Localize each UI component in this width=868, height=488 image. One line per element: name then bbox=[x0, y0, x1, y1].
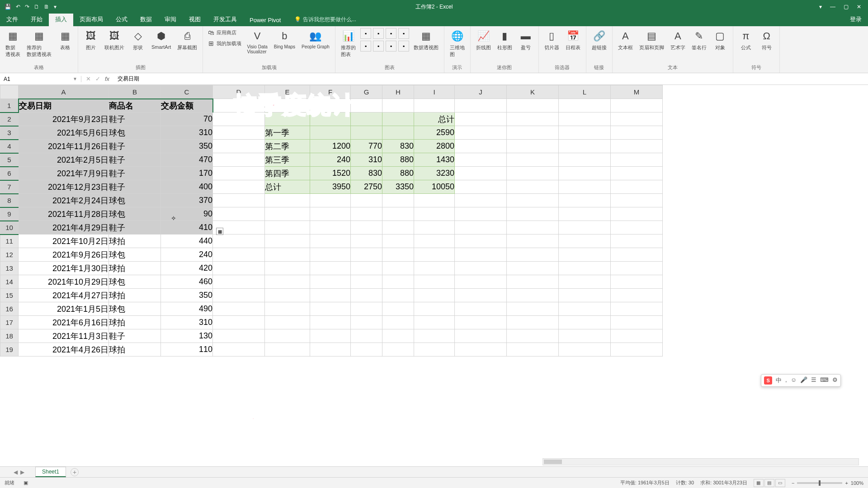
recommended-charts-button[interactable]: 📊推荐的图表 bbox=[339, 28, 358, 59]
cell-B11[interactable]: 球拍 bbox=[109, 235, 161, 248]
undo-icon[interactable]: ↶ bbox=[16, 4, 20, 10]
column-header-F[interactable]: F bbox=[310, 85, 351, 99]
cell-C15[interactable]: 350 bbox=[161, 289, 213, 302]
cell-A15[interactable]: 2021年4月27日 bbox=[19, 289, 109, 302]
cell-M3[interactable] bbox=[611, 126, 663, 140]
cell-K7[interactable] bbox=[507, 180, 559, 194]
cell-F11[interactable] bbox=[310, 235, 351, 248]
cell-M11[interactable] bbox=[611, 235, 663, 248]
paste-options-smarttag[interactable]: ▦ bbox=[216, 228, 223, 235]
cell-C7[interactable]: 400 bbox=[161, 180, 213, 194]
cell-A11[interactable]: 2021年10月2日 bbox=[19, 235, 109, 248]
cell-F2[interactable] bbox=[310, 113, 351, 126]
qat-dropdown-icon[interactable]: ▾ bbox=[54, 4, 57, 10]
cell-I3[interactable]: 2590 bbox=[414, 126, 455, 140]
row-header-16[interactable]: 16 bbox=[0, 302, 19, 316]
cell-E18[interactable] bbox=[265, 329, 310, 343]
cell-L5[interactable] bbox=[559, 153, 611, 167]
macro-record-icon[interactable]: ▣ bbox=[24, 480, 28, 486]
cell-B9[interactable]: 球包 bbox=[109, 207, 161, 221]
sheet-nav-next-icon[interactable]: ▶ bbox=[20, 469, 24, 475]
cell-D11[interactable] bbox=[213, 235, 265, 248]
chart-bar-icon[interactable]: ▪ bbox=[360, 28, 371, 39]
cell-H14[interactable] bbox=[382, 275, 414, 289]
ribbon-tab[interactable]: 开发工具 bbox=[207, 13, 243, 26]
cell-L15[interactable] bbox=[559, 289, 611, 302]
cell-L7[interactable] bbox=[559, 180, 611, 194]
ribbon-tab[interactable]: 视图 bbox=[183, 13, 207, 26]
row-header-18[interactable]: 18 bbox=[0, 329, 19, 343]
cell-C9[interactable]: 90 bbox=[161, 207, 213, 221]
print-preview-icon[interactable]: 🗎 bbox=[44, 4, 49, 10]
pivot-table-button[interactable]: ▦数据透视表 bbox=[4, 28, 22, 59]
cell-L19[interactable] bbox=[559, 343, 611, 357]
cell-K3[interactable] bbox=[507, 126, 559, 140]
cell-F16[interactable] bbox=[310, 302, 351, 316]
column-header-K[interactable]: K bbox=[507, 85, 559, 99]
pictures-button[interactable]: 🖼图片 bbox=[82, 28, 100, 52]
column-header-G[interactable]: G bbox=[351, 85, 382, 99]
column-header-B[interactable]: B bbox=[109, 85, 161, 99]
cell-K2[interactable] bbox=[507, 113, 559, 126]
cell-A19[interactable]: 2021年4月26日 bbox=[19, 343, 109, 357]
cell-I12[interactable] bbox=[414, 248, 455, 262]
column-header-H[interactable]: H bbox=[382, 85, 414, 99]
cell-G9[interactable] bbox=[351, 207, 382, 221]
cell-K13[interactable] bbox=[507, 262, 559, 275]
cell-K18[interactable] bbox=[507, 329, 559, 343]
cell-G17[interactable] bbox=[351, 316, 382, 329]
redo-icon[interactable]: ↷ bbox=[25, 4, 29, 10]
cell-I9[interactable] bbox=[414, 207, 455, 221]
people-graph-button[interactable]: 👥People Graph bbox=[300, 28, 331, 50]
row-header-1[interactable]: 1 bbox=[0, 99, 19, 113]
add-sheet-button[interactable]: + bbox=[71, 468, 79, 476]
cell-M12[interactable] bbox=[611, 248, 663, 262]
cell-D7[interactable] bbox=[213, 180, 265, 194]
cell-G10[interactable] bbox=[351, 221, 382, 235]
cell-J14[interactable] bbox=[455, 275, 507, 289]
cell-E12[interactable] bbox=[265, 248, 310, 262]
cell-F18[interactable] bbox=[310, 329, 351, 343]
cell-D12[interactable] bbox=[213, 248, 265, 262]
cell-K4[interactable] bbox=[507, 140, 559, 153]
cell-H15[interactable] bbox=[382, 289, 414, 302]
ribbon-tab[interactable]: 开始 bbox=[24, 13, 49, 26]
cell-F6[interactable]: 1520 bbox=[310, 167, 351, 180]
cell-D14[interactable] bbox=[213, 275, 265, 289]
cell-D19[interactable] bbox=[213, 343, 265, 357]
cell-C16[interactable]: 490 bbox=[161, 302, 213, 316]
3d-map-button[interactable]: 🌐三维地图 bbox=[448, 28, 467, 59]
cell-K15[interactable] bbox=[507, 289, 559, 302]
cell-F7[interactable]: 3950 bbox=[310, 180, 351, 194]
cell-H11[interactable] bbox=[382, 235, 414, 248]
cell-B4[interactable]: 鞋子 bbox=[109, 140, 161, 153]
cell-E13[interactable] bbox=[265, 262, 310, 275]
cell-M10[interactable] bbox=[611, 221, 663, 235]
ime-voice-icon[interactable]: 🎤 bbox=[800, 376, 807, 385]
cell-H6[interactable]: 880 bbox=[382, 167, 414, 180]
cell-L11[interactable] bbox=[559, 235, 611, 248]
cell-B18[interactable]: 鞋子 bbox=[109, 329, 161, 343]
cell-J8[interactable] bbox=[455, 194, 507, 207]
chart-combo-icon[interactable]: ▪ bbox=[373, 41, 384, 52]
cell-A9[interactable]: 2021年11月28日 bbox=[19, 207, 109, 221]
cell-H19[interactable] bbox=[382, 343, 414, 357]
screenshot-button[interactable]: ⎙屏幕截图 bbox=[175, 28, 199, 52]
cell-J5[interactable] bbox=[455, 153, 507, 167]
cell-F14[interactable] bbox=[310, 275, 351, 289]
cell-C19[interactable]: 110 bbox=[161, 343, 213, 357]
cell-D18[interactable] bbox=[213, 329, 265, 343]
cell-K1[interactable] bbox=[507, 99, 559, 113]
cell-B12[interactable]: 球包 bbox=[109, 248, 161, 262]
cell-H18[interactable] bbox=[382, 329, 414, 343]
cell-L3[interactable] bbox=[559, 126, 611, 140]
cell-K12[interactable] bbox=[507, 248, 559, 262]
store-button[interactable]: 🛍应用商店 bbox=[207, 28, 242, 37]
cell-I18[interactable] bbox=[414, 329, 455, 343]
select-all-corner[interactable] bbox=[0, 85, 19, 99]
cell-J16[interactable] bbox=[455, 302, 507, 316]
cell-G3[interactable] bbox=[351, 126, 382, 140]
cell-I1[interactable] bbox=[414, 99, 455, 113]
cell-I14[interactable] bbox=[414, 275, 455, 289]
close-icon[interactable]: ✕ bbox=[857, 4, 861, 10]
